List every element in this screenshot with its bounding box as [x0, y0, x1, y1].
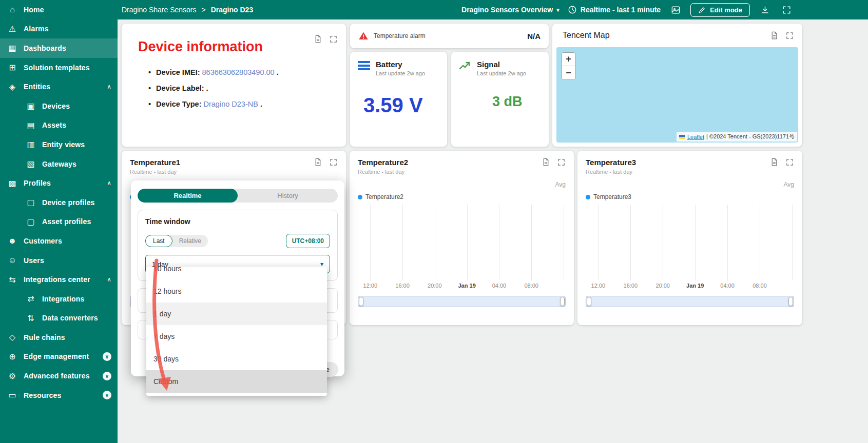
x-tick: 08:00	[524, 283, 538, 289]
sidebar-item-solution-templates[interactable]: ⊞Solution templates	[0, 58, 118, 77]
map-copyright: | ©2024 Tencent - GS(2023)1171号	[706, 133, 795, 140]
range-handle-right[interactable]	[560, 297, 565, 306]
sidebar-item-customers[interactable]: ☻Customers	[0, 231, 118, 251]
download-button[interactable]	[758, 3, 771, 16]
chevron-up-icon[interactable]: ∧	[107, 276, 111, 283]
chart-subtitle: Realtime - last day	[130, 169, 180, 175]
timezone-button[interactable]: UTC+08:00	[286, 234, 330, 248]
edit-mode-button[interactable]: Edit mode	[690, 3, 750, 17]
temperature2-card: Temperature2 Realtime - last day Avg Tem…	[350, 151, 574, 325]
leaflet-link[interactable]: Leaflet	[687, 134, 704, 140]
map-canvas[interactable]: + − Leaflet | ©2024 Tencent - GS(2023)11…	[556, 47, 798, 143]
sidebar-item-label: Home	[24, 6, 111, 14]
top-bar: Dragino Share Sensors > Dragino D23 Drag…	[118, 0, 868, 19]
sidebar-item-integrations[interactable]: ⇄Integrations	[0, 289, 118, 309]
sidebar-item-assets[interactable]: ▤Assets	[0, 116, 118, 135]
toggle-relative[interactable]: Relative	[172, 235, 208, 247]
chevron-up-icon[interactable]: ∧	[107, 83, 111, 90]
expand-icon[interactable]	[785, 31, 794, 40]
alarm-value: N/A	[527, 32, 541, 41]
export-note-icon[interactable]	[314, 158, 322, 167]
expand-icon[interactable]	[329, 35, 338, 44]
timewindow-button[interactable]: Realtime - last 1 minute	[568, 5, 661, 14]
range-handle-left[interactable]	[359, 297, 363, 306]
sidebar-item-devices[interactable]: ▣Devices	[0, 96, 118, 116]
export-note-icon[interactable]	[542, 158, 550, 167]
sidebar-item-users[interactable]: ☺Users	[0, 251, 118, 270]
tab-history[interactable]: History	[238, 189, 338, 203]
sidebar-item-data-converters[interactable]: ⇅Data converters	[0, 309, 118, 328]
export-note-icon[interactable]	[314, 35, 322, 44]
export-note-icon[interactable]	[770, 158, 779, 167]
range-handle-right[interactable]	[788, 297, 793, 306]
sidebar-item-edge-management[interactable]: ⊕Edge management∨	[0, 347, 118, 367]
sidebar-item-dashboards[interactable]: ▦Dashboards	[0, 38, 118, 58]
option-10-hours[interactable]: 10 hours	[146, 267, 327, 280]
entity-views-icon: ▥	[26, 139, 36, 149]
data-converters-icon: ⇅	[26, 313, 36, 323]
clock-icon	[568, 5, 577, 14]
chevron-down-icon[interactable]: ∨	[103, 352, 111, 361]
chevron-up-icon[interactable]: ∧	[107, 179, 111, 187]
export-note-icon[interactable]	[770, 31, 779, 40]
dashboard-icon: ▦	[7, 43, 17, 53]
tab-realtime[interactable]: Realtime	[138, 189, 238, 203]
sidebar-item-device-profiles[interactable]: ▢Device profiles	[0, 193, 118, 212]
chart-legend[interactable]: Temperature3	[586, 193, 794, 200]
signal-value: 3 dB	[492, 94, 542, 110]
sidebar-item-entity-views[interactable]: ▥Entity views	[0, 135, 118, 154]
range-handle-left[interactable]	[587, 297, 591, 306]
sidebar-item-resources[interactable]: ▭Resources∨	[0, 386, 118, 405]
chevron-down-icon[interactable]: ∨	[103, 391, 111, 399]
chevron-down-icon[interactable]: ∨	[103, 372, 111, 380]
option-12-hours[interactable]: 12 hours	[146, 280, 327, 303]
option-30-days[interactable]: 30 days	[146, 348, 327, 370]
time-range-selector[interactable]	[358, 296, 566, 307]
device-profiles-icon: ▢	[26, 197, 36, 207]
sidebar-item-profiles[interactable]: ▩Profiles∧	[0, 173, 118, 193]
device-info-list: Device IMEI: 863663062803490.00 . Device…	[148, 68, 346, 108]
expand-icon[interactable]	[329, 158, 338, 167]
image-icon	[671, 5, 681, 15]
x-tick: Jan 19	[686, 283, 704, 289]
option-custom[interactable]: Custom	[146, 370, 327, 393]
ukraine-flag-icon	[679, 135, 685, 139]
zoom-in-button[interactable]: +	[562, 53, 575, 66]
sidebar-item-alarms[interactable]: ⚠Alarms	[0, 19, 118, 39]
time-range-selector[interactable]	[586, 296, 794, 307]
option-1-day[interactable]: 1 day	[146, 303, 327, 325]
chart-legend[interactable]: Temperature2	[358, 193, 566, 200]
fullscreen-button[interactable]	[780, 3, 793, 16]
device-type-row: Device Type: Dragino D23-NB .	[148, 100, 346, 108]
sidebar-item-advanced-features[interactable]: ⚙Advanced features∨	[0, 366, 118, 386]
option-7-days[interactable]: 7 days	[146, 325, 327, 348]
sidebar-item-asset-profiles[interactable]: ▢Asset profiles	[0, 212, 118, 232]
expand-icon[interactable]	[557, 158, 566, 167]
device-information-card: Device information Device IMEI: 86366306…	[122, 24, 346, 147]
image-gallery-button[interactable]	[669, 3, 682, 16]
sidebar-item-integrations-center[interactable]: ⇆Integrations center∧	[0, 270, 118, 289]
sidebar-item-rule-chains[interactable]: ◇Rule chains	[0, 328, 118, 347]
x-tick: 04:00	[492, 283, 507, 289]
sidebar-item-label: Entities	[24, 83, 101, 91]
profiles-icon: ▩	[7, 178, 17, 188]
sidebar-item-home[interactable]: ⌂Home	[0, 0, 118, 19]
sidebar-item-label: Edge management	[24, 352, 97, 360]
sidebar-item-gateways[interactable]: ▧Gateways	[0, 154, 118, 174]
device-imei-row: Device IMEI: 863663062803490.00 .	[148, 68, 346, 76]
sidebar-item-entities[interactable]: ◈Entities∧	[0, 77, 118, 96]
zoom-out-button[interactable]: −	[562, 66, 575, 79]
sidebar-item-label: Device profiles	[42, 198, 111, 207]
expand-icon[interactable]	[785, 158, 794, 167]
sidebar-item-label: Devices	[42, 102, 111, 110]
users-icon: ☺	[7, 256, 17, 265]
sidebar-item-label: Dashboards	[24, 44, 111, 52]
x-axis-ticks: 12:00 16:00 20:00 Jan 19 04:00 08:00	[586, 283, 794, 292]
dashboard-state-select[interactable]: Dragino Sensors Overview ▾	[461, 6, 560, 14]
breadcrumb-root[interactable]: Dragino Share Sensors	[122, 6, 197, 14]
battery-level-icon	[357, 60, 371, 71]
toggle-last[interactable]: Last	[145, 235, 172, 247]
chevron-down-icon: ▾	[556, 7, 560, 13]
legend-label: Temperature2	[365, 193, 403, 200]
home-icon: ⌂	[7, 5, 17, 14]
